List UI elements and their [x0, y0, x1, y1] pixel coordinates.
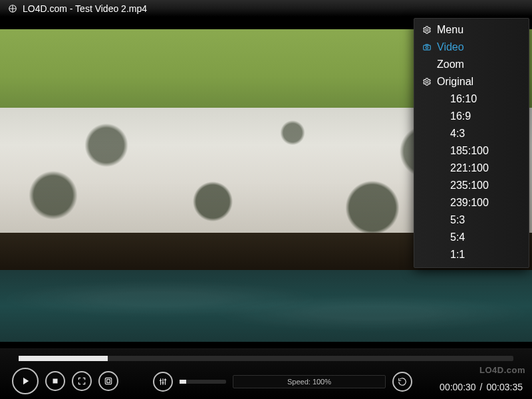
svg-point-3: [426, 47, 428, 49]
equalizer-button[interactable]: [153, 372, 173, 392]
svg-rect-6: [105, 378, 111, 384]
mid-controls: Speed: 100%: [153, 372, 412, 392]
transport-buttons: [12, 368, 118, 394]
menu-item-ratio[interactable]: 5:3: [414, 211, 529, 229]
menu-item-ratio[interactable]: 16:10: [414, 90, 529, 108]
gear-icon: [421, 25, 433, 35]
menu-label: 239:100: [450, 197, 489, 209]
menu-label: 16:10: [450, 93, 477, 105]
time-elapsed: 00:00:30: [440, 382, 476, 392]
menu-item-ratio[interactable]: 185:100: [414, 142, 529, 160]
menu-item-ratio[interactable]: 1:1: [414, 246, 529, 263]
volume-slider[interactable]: [180, 380, 226, 384]
seek-bar[interactable]: [19, 356, 513, 361]
menu-label: 185:100: [450, 145, 489, 157]
menu-label: Original: [437, 76, 473, 88]
svg-rect-7: [107, 380, 110, 383]
window-title: LO4D.com - Test Video 2.mp4: [23, 3, 147, 14]
menu-label: 221:100: [450, 162, 489, 174]
menu-label: Menu: [437, 24, 464, 36]
volume-fill: [180, 380, 186, 384]
menu-item-ratio[interactable]: 5:4: [414, 229, 529, 246]
snapshot-button[interactable]: [98, 371, 118, 391]
watermark: LO4D.com: [479, 365, 525, 375]
svg-rect-2: [424, 45, 431, 50]
menu-label: 16:9: [450, 110, 471, 122]
app-icon: [8, 4, 17, 13]
menu-item-video[interactable]: Video: [414, 39, 529, 56]
time-separator: /: [480, 382, 483, 392]
time-display: 00:00:30 / 00:03:35: [440, 382, 523, 392]
svg-point-4: [426, 80, 428, 83]
menu-item-ratio[interactable]: 16:9: [414, 108, 529, 125]
menu-item-original[interactable]: Original: [414, 73, 529, 90]
menu-item-ratio[interactable]: 221:100: [414, 160, 529, 177]
menu-item-zoom[interactable]: Zoom: [414, 56, 529, 73]
camera-icon: [421, 43, 433, 52]
titlebar[interactable]: LO4D.com - Test Video 2.mp4: [0, 0, 532, 17]
menu-label: Zoom: [437, 59, 464, 70]
time-duration: 00:03:35: [487, 382, 523, 392]
svg-rect-5: [53, 379, 58, 384]
speed-indicator[interactable]: Speed: 100%: [233, 375, 386, 388]
menu-label: 235:100: [450, 180, 489, 192]
controls-bar: Speed: 100% 00:00:30 / 00:03:35: [0, 348, 532, 399]
menu-item-menu[interactable]: Menu: [414, 21, 529, 39]
context-menu: Menu Video Zoom Original 16:10 16:9 4:3 …: [414, 18, 529, 268]
menu-label: 4:3: [450, 128, 465, 140]
play-button[interactable]: [12, 368, 39, 394]
seek-fill: [19, 356, 108, 361]
menu-item-ratio[interactable]: 239:100: [414, 194, 529, 211]
menu-item-ratio[interactable]: 235:100: [414, 177, 529, 194]
speed-label: Speed: 100%: [287, 378, 331, 386]
menu-label: 5:3: [450, 214, 465, 226]
video-frame-sea: [0, 270, 532, 342]
gear-icon: [421, 77, 433, 86]
menu-label: Video: [437, 41, 464, 53]
stop-button[interactable]: [45, 371, 65, 391]
svg-point-1: [426, 29, 428, 31]
menu-item-ratio[interactable]: 4:3: [414, 125, 529, 142]
menu-label: 1:1: [450, 249, 465, 261]
menu-label: 5:4: [450, 231, 465, 243]
loop-button[interactable]: [392, 372, 412, 392]
fullscreen-button[interactable]: [72, 371, 92, 391]
